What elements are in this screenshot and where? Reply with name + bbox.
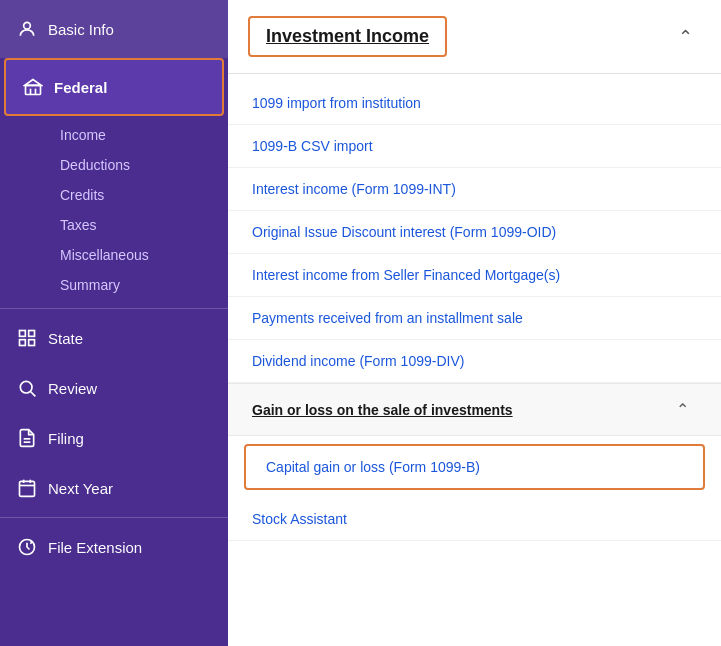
link-dividend-income[interactable]: Dividend income (Form 1099-DIV) bbox=[252, 353, 464, 369]
divider-1 bbox=[0, 308, 228, 309]
link-installment-sale[interactable]: Payments received from an installment sa… bbox=[252, 310, 523, 326]
federal-label: Federal bbox=[54, 79, 107, 96]
subsection-collapse-button[interactable]: ⌃ bbox=[668, 396, 697, 423]
collapse-button[interactable]: ⌃ bbox=[670, 22, 701, 52]
svg-rect-7 bbox=[20, 340, 26, 346]
filing-icon bbox=[16, 427, 38, 449]
sidebar-item-income[interactable]: Income bbox=[52, 120, 228, 150]
section-title: Investment Income bbox=[266, 26, 429, 46]
svg-point-8 bbox=[20, 381, 32, 393]
review-label: Review bbox=[48, 380, 97, 397]
list-item: Interest income from Seller Financed Mor… bbox=[228, 254, 721, 297]
svg-rect-4 bbox=[20, 331, 26, 337]
svg-rect-12 bbox=[20, 481, 35, 496]
sidebar-item-federal[interactable]: Federal bbox=[4, 58, 224, 116]
list-item: 1099 import from institution bbox=[228, 82, 721, 125]
link-oid-interest[interactable]: Original Issue Discount interest (Form 1… bbox=[252, 224, 556, 240]
main-content: Investment Income ⌃ 1099 import from ins… bbox=[228, 0, 721, 646]
sidebar-item-miscellaneous[interactable]: Miscellaneous bbox=[52, 240, 228, 270]
link-capital-gain[interactable]: Capital gain or loss (Form 1099-B) bbox=[266, 459, 480, 475]
sidebar-item-filing[interactable]: Filing bbox=[0, 413, 228, 463]
file-extension-label: File Extension bbox=[48, 539, 142, 556]
sidebar-item-credits[interactable]: Credits bbox=[52, 180, 228, 210]
filing-label: Filing bbox=[48, 430, 84, 447]
sidebar-item-deductions[interactable]: Deductions bbox=[52, 150, 228, 180]
link-1099-import[interactable]: 1099 import from institution bbox=[252, 95, 421, 111]
svg-point-0 bbox=[24, 22, 31, 29]
next-year-label: Next Year bbox=[48, 480, 113, 497]
list-item: Stock Assistant bbox=[228, 498, 721, 541]
list-item: Original Issue Discount interest (Form 1… bbox=[228, 211, 721, 254]
divider-2 bbox=[0, 517, 228, 518]
list-item: Dividend income (Form 1099-DIV) bbox=[228, 340, 721, 383]
svg-rect-5 bbox=[29, 331, 35, 337]
svg-line-9 bbox=[31, 392, 36, 397]
next-year-icon bbox=[16, 477, 38, 499]
file-extension-icon bbox=[16, 536, 38, 558]
review-icon bbox=[16, 377, 38, 399]
subsection-title: Gain or loss on the sale of investments bbox=[252, 402, 513, 418]
svg-rect-6 bbox=[29, 340, 35, 346]
sidebar: Basic Info Federal Income Deductions Cre… bbox=[0, 0, 228, 646]
list-item: 1099-B CSV import bbox=[228, 125, 721, 168]
sidebar-item-next-year[interactable]: Next Year bbox=[0, 463, 228, 513]
sidebar-item-file-extension[interactable]: File Extension bbox=[0, 522, 228, 572]
link-seller-financed[interactable]: Interest income from Seller Financed Mor… bbox=[252, 267, 560, 283]
state-icon bbox=[16, 327, 38, 349]
link-1099b-csv[interactable]: 1099-B CSV import bbox=[252, 138, 373, 154]
list-item: Interest income (Form 1099-INT) bbox=[228, 168, 721, 211]
link-interest-income[interactable]: Interest income (Form 1099-INT) bbox=[252, 181, 456, 197]
sidebar-item-review[interactable]: Review bbox=[0, 363, 228, 413]
highlighted-link-item: Capital gain or loss (Form 1099-B) bbox=[244, 444, 705, 490]
sidebar-item-basic-info[interactable]: Basic Info bbox=[0, 0, 228, 58]
federal-icon bbox=[22, 76, 44, 98]
links-list: 1099 import from institution 1099-B CSV … bbox=[228, 74, 721, 646]
subsection-header: Gain or loss on the sale of investments … bbox=[228, 383, 721, 436]
svg-rect-1 bbox=[26, 85, 41, 94]
state-label: State bbox=[48, 330, 83, 347]
sidebar-item-summary[interactable]: Summary bbox=[52, 270, 228, 300]
link-stock-assistant[interactable]: Stock Assistant bbox=[252, 511, 347, 527]
list-item: Payments received from an installment sa… bbox=[228, 297, 721, 340]
person-icon bbox=[16, 18, 38, 40]
section-title-box: Investment Income bbox=[248, 16, 447, 57]
sidebar-item-state[interactable]: State bbox=[0, 313, 228, 363]
section-header: Investment Income ⌃ bbox=[228, 0, 721, 74]
federal-sub-items: Income Deductions Credits Taxes Miscella… bbox=[0, 116, 228, 304]
sidebar-item-taxes[interactable]: Taxes bbox=[52, 210, 228, 240]
basic-info-label: Basic Info bbox=[48, 21, 114, 38]
